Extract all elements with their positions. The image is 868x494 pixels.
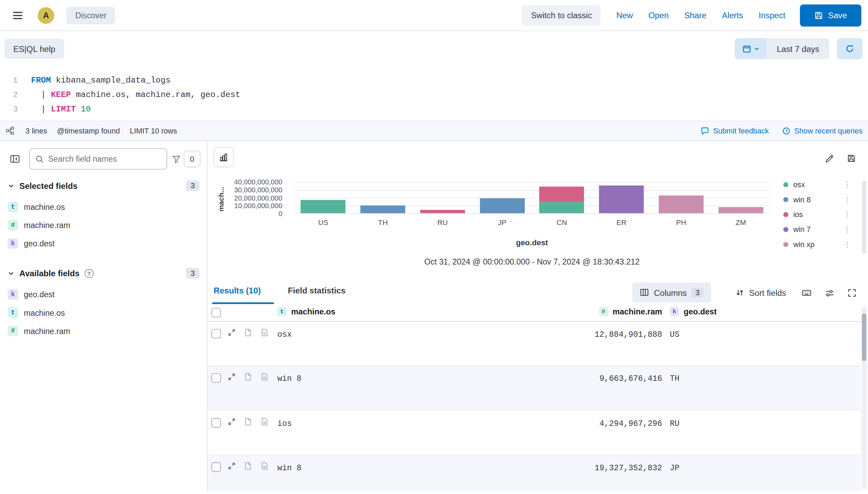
display-options-button[interactable] [821,284,837,301]
text-field-icon: t [8,307,19,318]
bar-segment-osx[interactable] [301,200,346,213]
legend-item-win-7[interactable]: win 7⋮ [783,222,851,237]
field-item-geo-dest[interactable]: k geo.dest [0,285,207,303]
select-all-checkbox[interactable] [211,308,221,317]
bar-TH[interactable] [353,182,413,213]
column-header-geo-dest[interactable]: k geo.dest [670,307,717,316]
bar-JP[interactable] [472,182,532,213]
field-item-machine-ram[interactable]: # machine.ram [0,216,207,234]
save-icon [847,154,856,163]
grid-scrollbar-thumb[interactable] [862,313,866,361]
menu-icon[interactable] [7,4,29,26]
legend-item-ios[interactable]: ios⋮ [783,207,851,222]
column-header-machine-ram[interactable]: # machine.ram [529,307,662,316]
document-flag-icon[interactable] [244,329,252,337]
bar-segment-osx[interactable] [540,202,584,213]
time-range-button[interactable]: Last 7 days [767,38,829,59]
esql-query-editor[interactable]: 1 FROM kibana_sample_data_logs 2 | KEEP … [0,66,868,121]
bar-segment-ios[interactable] [420,210,465,213]
bar-RU[interactable] [413,182,472,213]
esql-help-button[interactable]: ES|QL help [4,39,64,59]
row-checkbox[interactable] [211,373,221,383]
tab-results[interactable]: Results (10) [214,286,261,295]
bar-segment-win-xp[interactable] [718,207,763,213]
save-button[interactable]: Save [800,4,861,26]
filter-count-button[interactable]: 0 [184,151,200,167]
cell-machine-os: win 8 [277,374,301,383]
collapse-sidebar-button[interactable] [6,150,24,169]
legend-more-icon[interactable]: ⋮ [844,212,851,217]
submit-feedback-link[interactable]: Submit feedback [701,127,769,135]
new-button[interactable]: New [616,11,633,20]
chart-scrollbar[interactable] [862,181,866,254]
chart-legend: osx⋮win 8⋮ios⋮win 7⋮win xp⋮ [783,177,851,252]
bar-PH[interactable] [651,182,711,213]
save-visualization-button[interactable] [843,150,860,168]
bar-segment-win-8[interactable] [480,198,524,213]
expand-row-icon[interactable] [228,373,236,381]
legend-more-icon[interactable]: ⋮ [844,242,851,247]
document-details-icon[interactable] [261,418,269,426]
legend-item-osx[interactable]: osx⋮ [783,177,851,192]
inspect-button[interactable]: Inspect [759,11,785,20]
legend-color-dot [783,242,788,247]
field-item-machine-ram[interactable]: # machine.ram [0,322,207,340]
edit-visualization-button[interactable] [821,150,838,168]
table-row: win 8 9,663,676,416 TH [208,366,861,410]
legend-item-win-xp[interactable]: win xp⋮ [783,237,851,252]
alerts-button[interactable]: Alerts [722,11,743,20]
column-header-machine-os[interactable]: t machine.os [277,307,335,316]
expand-row-icon[interactable] [228,418,236,426]
keyboard-shortcuts-button[interactable] [798,284,815,301]
share-button[interactable]: Share [684,11,706,20]
legend-item-win-8[interactable]: win 8⋮ [783,192,851,207]
field-item-machine-os[interactable]: t machine.os [0,303,207,322]
bar-ER[interactable] [592,182,651,213]
bar-CN[interactable] [532,182,592,213]
selected-fields-header[interactable]: Selected fields 3 [8,181,199,191]
bar-segment-win-8[interactable] [360,206,405,213]
legend-more-icon[interactable]: ⋮ [844,197,851,202]
bar-segment-win-xp[interactable] [659,195,703,213]
main-panel: mach... 40,000,000,00030,000,000,00020,0… [208,141,868,492]
field-search[interactable] [29,148,167,169]
calendar-dropdown-button[interactable] [735,38,767,59]
avatar[interactable]: A [37,7,54,23]
expand-row-icon[interactable] [228,462,236,470]
legend-more-icon[interactable]: ⋮ [844,227,851,232]
row-checkbox[interactable] [211,418,221,427]
bar-ZM[interactable] [711,182,770,213]
document-details-icon[interactable] [261,329,269,337]
row-checkbox[interactable] [211,462,221,472]
bar-segment-win-7[interactable] [599,185,644,213]
document-details-icon[interactable] [261,373,269,381]
document-flag-icon[interactable] [244,418,252,426]
help-icon[interactable]: ? [85,269,94,278]
available-fields-header[interactable]: Available fields ? 3 [8,268,199,279]
document-flag-icon[interactable] [244,373,252,381]
sort-fields-button[interactable]: Sort fields [736,282,786,302]
show-recent-queries-link[interactable]: Show recent queries [782,127,862,135]
filter-icon[interactable] [172,155,181,163]
fullscreen-button[interactable] [844,284,860,301]
bar-segment-ios[interactable] [540,186,584,202]
breadcrumb[interactable]: Discover [66,7,115,24]
refresh-button[interactable] [837,38,862,59]
document-details-icon[interactable] [261,462,269,470]
bar-US[interactable] [293,182,353,213]
chart-type-button[interactable] [214,147,234,167]
switch-to-classic-button[interactable]: Switch to classic [522,5,601,26]
field-item-geo-dest[interactable]: k geo.dest [0,234,207,253]
tab-field-statistics[interactable]: Field statistics [288,286,346,295]
x-tick-label: ER [592,218,651,226]
row-checkbox[interactable] [211,329,221,338]
search-input[interactable] [48,154,161,163]
open-button[interactable]: Open [649,11,669,20]
legend-more-icon[interactable]: ⋮ [844,182,851,187]
chart-time-range: Oct 31, 2024 @ 00:00:00.000 - Nov 7, 202… [293,258,771,267]
document-flag-icon[interactable] [244,462,252,470]
expand-row-icon[interactable] [228,329,236,337]
field-item-machine-os[interactable]: t machine.os [0,198,207,216]
columns-button[interactable]: Columns 3 [632,282,712,302]
selected-fields-count: 3 [186,181,199,191]
